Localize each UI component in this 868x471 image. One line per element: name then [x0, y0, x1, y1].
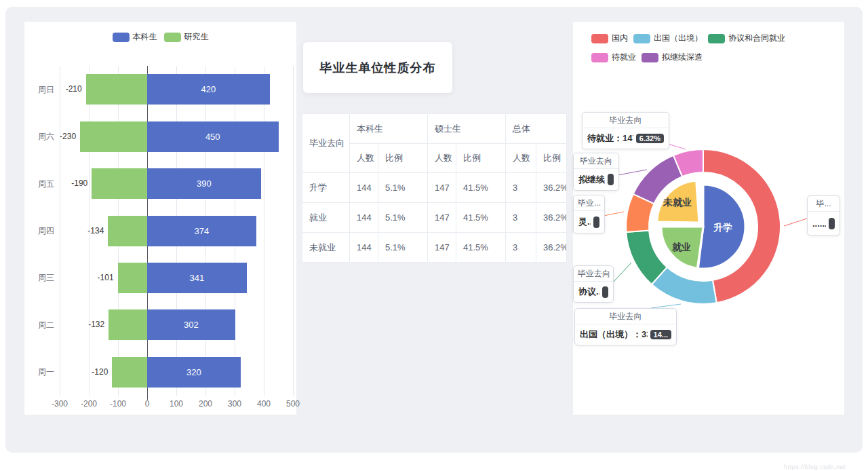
watermark: https://blog.csdn.net [784, 464, 846, 470]
pie-legend-label-0: 国内 [612, 33, 628, 44]
pie-inner-slice-0[interactable] [698, 185, 745, 269]
pie-legend-label-2: 协议和合同就业 [728, 33, 785, 44]
table-cell-2-2: 147 [428, 233, 456, 263]
table-row-2: 未就业1445.1%14741.5%336.2% [302, 233, 567, 263]
bar-undergrad-周日[interactable]: 420 [147, 74, 270, 105]
table-corner-header: 毕业去向 [302, 114, 350, 173]
bar-undergrad-周四[interactable]: 374 [147, 216, 256, 246]
legend-item-pie-1[interactable]: 出国（出境） [633, 33, 703, 44]
table-row-1: 就业1445.1%14741.5%336.2% [302, 203, 567, 233]
pie-inner-label-2: 未就业 [663, 197, 692, 208]
bar-graduate-value-周二: -132 [69, 309, 104, 340]
legend-item-pie-4[interactable]: 拟继续深造 [642, 52, 703, 63]
bar-graduate-周五[interactable] [92, 168, 147, 199]
bar-graduate-周三[interactable] [118, 263, 147, 293]
gridline-500 [293, 66, 294, 396]
bar-graduate-value-周四: -134 [68, 216, 104, 246]
pie-outer-segment-4[interactable] [633, 155, 682, 204]
pie-callout-1: 毕业去向拟继续... [573, 153, 619, 191]
callout-leader-line-1 [618, 170, 647, 175]
y-category-周二: 周二 [24, 320, 54, 331]
bar-undergrad-周五[interactable]: 390 [147, 168, 261, 199]
gridline--300 [60, 66, 60, 396]
pie-callout-body-4: 出国（出境）：33514... [575, 324, 676, 345]
table-cell-1-2: 147 [428, 203, 456, 233]
table-sub-header-0-1: 比例 [378, 144, 428, 173]
legend-item-pie-3[interactable]: 待就业 [591, 52, 636, 63]
bar-graduate-value-周日: -210 [47, 74, 82, 105]
pie-callout-text-3: 协议...3 [578, 286, 599, 298]
pie-legend-label-4: 拟继续深造 [662, 52, 703, 63]
pie-legend-swatch-4 [642, 53, 658, 62]
pie-callout-body-0: 待就业：1476.32% [583, 128, 669, 149]
pie-inner-slice-2[interactable] [657, 181, 699, 223]
table-sub-header-1-0: 人数 [428, 144, 456, 173]
y-category-周一: 周一 [24, 366, 54, 378]
bar-graduate-周六[interactable] [80, 121, 147, 152]
table-cell-0-2: 147 [428, 173, 456, 203]
pie-legend-swatch-0 [591, 34, 608, 43]
bar-graduate-value-周一: -120 [73, 357, 108, 388]
pie-callout-badge-0: 6.32% [636, 134, 664, 143]
pie-callout-3: 毕业去向协议...3 [573, 265, 614, 303]
table-sub-header-1-1: 比例 [456, 144, 506, 173]
pie-inner-slice-1[interactable] [661, 227, 703, 268]
bar-graduate-周四[interactable] [108, 216, 147, 246]
pie-inner-label-0: 升学 [713, 222, 732, 233]
table-cell-0-3: 41.5% [456, 173, 506, 203]
bar-undergrad-周三[interactable]: 341 [147, 263, 247, 293]
pie-callout-body-3: 协议...3 [574, 282, 613, 302]
legend-item-pie-2[interactable]: 协议和合同就业 [708, 33, 785, 44]
nested-pie-chart: 升学就业未就业 [573, 22, 844, 415]
bar-undergrad-周六[interactable]: 450 [147, 121, 279, 152]
bar-graduate-value-周五: -190 [52, 168, 87, 199]
stats-table-head: 毕业去向本科生硕士生总体人数比例人数比例人数比例 [302, 114, 567, 173]
pie-callout-4: 毕业去向出国（出境）：33514... [574, 308, 677, 345]
pie-callout-badge-3 [602, 286, 608, 298]
pie-callout-2: 毕业...灵... [573, 195, 605, 233]
table-cell-2-1: 5.1% [378, 233, 428, 263]
stats-table-body: 升学1445.1%14741.5%336.2%就业1445.1%14741.5%… [302, 173, 567, 263]
pie-callout-badge-4: 14... [650, 330, 671, 339]
legend-item-pie-0[interactable]: 国内 [591, 33, 628, 44]
table-cell-2-3: 41.5% [456, 233, 506, 263]
bar-graduate-周一[interactable] [112, 357, 147, 388]
callout-leader-line-0 [668, 144, 686, 149]
pie-callout-header-3: 毕业去向 [574, 266, 613, 282]
bar-graduate-周二[interactable] [108, 309, 147, 340]
pie-outer-segment-5[interactable] [673, 149, 703, 176]
table-cell-0-4: 3 [506, 173, 536, 203]
pie-chart-legend: 国内出国（出境）协议和合同就业待就业拟继续深造 [591, 33, 834, 63]
gridline-400 [264, 66, 264, 396]
pie-outer-segment-1[interactable] [652, 267, 717, 304]
pie-outer-segment-2[interactable] [626, 231, 667, 284]
table-row-label-2: 未就业 [302, 233, 350, 263]
table-row-label-0: 升学 [302, 173, 350, 203]
pie-callout-badge-1 [608, 174, 614, 185]
pie-callout-body-2: 灵... [574, 211, 604, 233]
pie-legend-swatch-1 [633, 34, 650, 43]
pie-callout-text-5: ...... [812, 219, 826, 229]
pie-callout-body-5: ...... [808, 212, 840, 235]
bar-undergrad-周一[interactable]: 320 [147, 357, 241, 388]
bar-graduate-value-周六: -230 [41, 121, 76, 152]
callout-leader-line-2 [604, 212, 624, 216]
pie-callout-text-4: 出国（出境）：335 [580, 328, 648, 341]
bar-undergrad-周二[interactable]: 302 [147, 309, 235, 340]
table-cell-1-1: 5.1% [378, 203, 428, 233]
y-category-周三: 周三 [24, 272, 54, 284]
pie-chart-card: 国内出国（出境）协议和合同就业待就业拟继续深造 升学就业未就业 毕业去向待就业：… [573, 22, 844, 415]
table-cell-2-5: 36.2% [536, 233, 567, 263]
pie-outer-segment-3[interactable] [626, 194, 654, 232]
callout-leader-line-3 [612, 263, 631, 283]
pie-callout-text-0: 待就业：147 [587, 132, 633, 145]
pie-inner-label-1: 就业 [671, 242, 691, 252]
table-sub-header-0-0: 人数 [350, 144, 378, 173]
pie-callout-header-2: 毕业... [574, 195, 604, 211]
pie-callout-badge-5 [829, 218, 835, 229]
pie-outer-segment-0[interactable] [703, 149, 781, 303]
bar-graduate-周日[interactable] [86, 74, 147, 105]
table-cell-1-0: 144 [350, 203, 378, 233]
stats-table: 毕业去向本科生硕士生总体人数比例人数比例人数比例 升学1445.1%14741.… [302, 113, 567, 263]
table-cell-1-5: 36.2% [536, 203, 567, 233]
